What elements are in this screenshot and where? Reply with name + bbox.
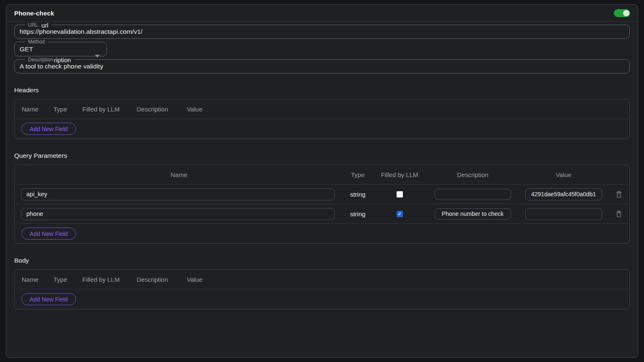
trash-icon xyxy=(616,191,622,198)
column-header-value: Value xyxy=(187,106,202,113)
titlebar: Phone-check xyxy=(6,5,638,22)
param-name-input[interactable] xyxy=(21,208,335,220)
headers-add-new-field-button[interactable]: Add New Field xyxy=(21,123,76,135)
url-label-separator: · xyxy=(38,22,40,28)
column-header-filled-by-llm: Filled by LLM xyxy=(372,171,427,178)
column-header-filled-by-llm: Filled by LLM xyxy=(82,276,137,283)
query-parameter-row-api-key: string xyxy=(15,185,629,204)
param-description-cell xyxy=(427,208,519,220)
column-header-description: Description xyxy=(137,106,187,113)
query-parameters-button-row: Add New Field xyxy=(15,224,629,243)
param-description-cell xyxy=(427,189,519,200)
body-table: Name Type Filled by LLM Description Valu… xyxy=(14,269,630,309)
description-overlay-label: ription xyxy=(54,56,71,63)
url-overlay-label: url xyxy=(41,22,48,29)
param-filled-by-llm-cell xyxy=(372,191,427,197)
param-value-cell xyxy=(519,208,608,220)
column-header-type: Type xyxy=(53,276,82,283)
param-description-input[interactable] xyxy=(435,208,511,220)
query-parameters-add-new-field-button[interactable]: Add New Field xyxy=(21,228,76,240)
column-header-name: Name xyxy=(22,106,53,113)
url-field: URL·url xyxy=(14,22,630,39)
query-parameter-row-phone: string xyxy=(15,204,629,224)
param-name-input[interactable] xyxy=(21,188,335,200)
method-label-text: Method xyxy=(28,39,45,45)
param-delete-cell xyxy=(608,210,629,218)
description-field: Descriptionription xyxy=(14,56,630,73)
column-header-description: Description xyxy=(427,171,519,178)
url-label-text: URL xyxy=(28,22,38,28)
column-header-name: Name xyxy=(15,171,343,178)
query-parameters-section-title: Query Parameters xyxy=(14,152,630,159)
enabled-toggle[interactable] xyxy=(614,9,630,17)
column-header-value: Value xyxy=(519,171,608,178)
method-select[interactable]: Method GET xyxy=(14,39,107,56)
param-value-cell xyxy=(519,188,608,200)
column-header-name: Name xyxy=(22,276,53,283)
delete-row-button[interactable] xyxy=(616,210,622,218)
description-label-text: Description xyxy=(28,57,53,63)
headers-table: Name Type Filled by LLM Description Valu… xyxy=(14,99,630,139)
column-header-type: Type xyxy=(343,171,372,178)
filled-by-llm-checkbox[interactable] xyxy=(397,191,403,197)
filled-by-llm-checkbox[interactable] xyxy=(397,211,403,217)
headers-button-row: Add New Field xyxy=(15,119,629,139)
headers-table-head: Name Type Filled by LLM Description Valu… xyxy=(15,99,629,119)
param-description-input[interactable] xyxy=(435,189,511,200)
param-type: string xyxy=(343,210,372,218)
description-input[interactable] xyxy=(20,63,624,70)
url-input[interactable] xyxy=(20,28,624,35)
toggle-knob xyxy=(623,10,629,16)
query-parameters-table-head: Name Type Filled by LLM Description Valu… xyxy=(15,165,629,185)
content: URL·url Method GET Descriptionription He… xyxy=(6,22,638,309)
param-name-cell xyxy=(15,188,343,200)
column-header-type: Type xyxy=(53,106,82,113)
delete-row-button[interactable] xyxy=(616,191,622,198)
body-section-title: Body xyxy=(14,257,630,264)
tool-config-card: Phone-check URL·url Method GET Descripti… xyxy=(6,4,638,358)
body-button-row: Add New Field xyxy=(15,289,629,309)
param-filled-by-llm-cell xyxy=(372,211,427,217)
column-header-description: Description xyxy=(137,276,187,283)
param-value-input[interactable] xyxy=(525,208,602,220)
query-parameters-table: Name Type Filled by LLM Description Valu… xyxy=(14,165,630,244)
column-header-filled-by-llm: Filled by LLM xyxy=(82,106,137,113)
param-value-input[interactable] xyxy=(525,188,602,200)
trash-icon xyxy=(616,210,622,218)
method-selected-value[interactable]: GET xyxy=(20,46,102,53)
description-field-label: Descriptionription xyxy=(25,56,74,63)
param-name-cell xyxy=(15,208,343,220)
url-field-label: URL·url xyxy=(25,22,51,28)
method-label: Method xyxy=(25,39,48,45)
body-table-head: Name Type Filled by LLM Description Valu… xyxy=(15,270,629,289)
headers-section-title: Headers xyxy=(14,86,630,94)
page-title: Phone-check xyxy=(14,10,54,17)
param-type: string xyxy=(343,191,372,198)
body-add-new-field-button[interactable]: Add New Field xyxy=(21,293,76,305)
param-delete-cell xyxy=(608,191,629,198)
column-header-value: Value xyxy=(187,276,202,283)
